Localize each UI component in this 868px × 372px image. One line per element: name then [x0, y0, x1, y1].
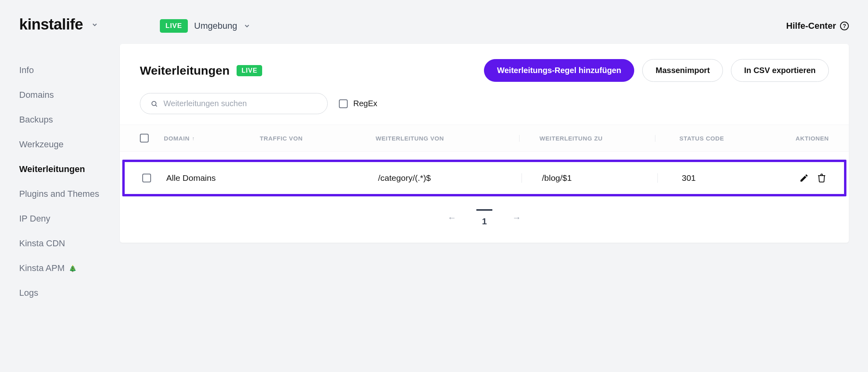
cell-from: /category/(.*)$	[378, 173, 522, 183]
regex-toggle[interactable]: RegEx	[339, 99, 377, 108]
add-redirect-button[interactable]: Weiterleitungs-Regel hinzufügen	[484, 59, 635, 82]
main-column: LIVE Umgebung Hilfe-Center ? Weiterleitu…	[120, 0, 868, 372]
row-checkbox[interactable]	[142, 174, 151, 182]
title-left: Weiterleitungen LIVE	[140, 64, 262, 77]
prev-page-icon[interactable]: ←	[448, 213, 456, 223]
page-number[interactable]: 1	[476, 209, 492, 227]
regex-checkbox[interactable]	[339, 99, 348, 108]
cell-domain: Alle Domains	[166, 173, 262, 183]
card-header: Weiterleitungen LIVE Weiterleitungs-Rege…	[120, 44, 849, 125]
sidebar-item-domains[interactable]: Domains	[19, 90, 120, 100]
header-domain[interactable]: DOMAIN ↑	[164, 135, 260, 142]
chevron-down-icon	[91, 21, 98, 28]
sidebar-item-label: Kinsta CDN	[19, 238, 65, 249]
table-header: DOMAIN ↑ TRAFFIC VON WEITERLEITUNG VON W…	[120, 125, 849, 152]
select-all-checkbox[interactable]	[140, 134, 149, 142]
svg-point-0	[152, 101, 156, 106]
sidebar-item-tools[interactable]: Werkzeuge	[19, 139, 120, 150]
search-input-wrap[interactable]	[140, 93, 328, 114]
question-icon: ?	[840, 22, 849, 30]
redirects-card: Weiterleitungen LIVE Weiterleitungs-Rege…	[120, 44, 849, 243]
sidebar-item-label: Plugins and Themes	[19, 189, 99, 199]
sidebar-item-label: IP Deny	[19, 214, 50, 224]
cell-actions	[778, 173, 826, 183]
sidebar-item-label: Logs	[19, 288, 38, 298]
highlighted-row: Alle Domains /category/(.*)$ /blog/$1 30…	[122, 160, 846, 196]
sidebar-item-plugins[interactable]: Plugins and Themes	[19, 189, 120, 199]
sort-up-icon: ↑	[192, 135, 195, 141]
topbar: LIVE Umgebung Hilfe-Center ?	[120, 0, 849, 44]
edit-icon[interactable]	[799, 173, 809, 183]
header-checkbox-cell	[140, 134, 164, 142]
search-icon	[151, 100, 158, 107]
environment-selector[interactable]: LIVE Umgebung	[160, 19, 251, 33]
table-row[interactable]: Alle Domains /category/(.*)$ /blog/$1 30…	[125, 162, 844, 194]
sidebar-item-backups[interactable]: Backups	[19, 115, 120, 125]
trash-icon[interactable]	[817, 173, 826, 183]
environment-label: Umgebung	[194, 21, 237, 31]
cell-status: 301	[658, 173, 778, 183]
sidebar: kinstalife Info Domains Backups Werkzeug…	[0, 0, 120, 372]
header-actions: AKTIONEN	[775, 135, 829, 142]
brand-row[interactable]: kinstalife	[19, 16, 120, 33]
header-status[interactable]: STATUS CODE	[655, 135, 775, 142]
sidebar-item-cdn[interactable]: Kinsta CDN	[19, 238, 120, 249]
row-checkbox-cell	[142, 174, 166, 182]
svg-line-1	[155, 105, 157, 106]
brand-name: kinstalife	[19, 16, 83, 33]
header-to[interactable]: WEITERLEITUNG ZU	[520, 135, 655, 142]
header-from[interactable]: WEITERLEITUNG VON	[376, 135, 520, 142]
header-domain-label: DOMAIN	[164, 135, 189, 142]
live-badge: LIVE	[160, 19, 188, 33]
page-title: Weiterleitungen	[140, 64, 229, 77]
help-center-link[interactable]: Hilfe-Center ?	[786, 21, 849, 31]
search-row: RegEx	[140, 93, 829, 114]
header-traffic[interactable]: TRAFFIC VON	[260, 135, 376, 142]
title-row: Weiterleitungen LIVE Weiterleitungs-Rege…	[140, 59, 829, 82]
sidebar-item-logs[interactable]: Logs	[19, 288, 120, 298]
sidebar-item-redirects[interactable]: Weiterleitungen	[19, 164, 120, 174]
sidebar-item-label: Weiterleitungen	[19, 164, 85, 174]
cell-to: /blog/$1	[522, 173, 658, 183]
regex-label: RegEx	[353, 99, 377, 108]
sidebar-item-ipdeny[interactable]: IP Deny	[19, 214, 120, 224]
bulk-import-button[interactable]: Massenimport	[642, 59, 723, 82]
export-csv-button[interactable]: In CSV exportieren	[731, 59, 829, 82]
tree-icon: 🎄	[69, 265, 77, 272]
next-page-icon[interactable]: →	[512, 213, 521, 223]
action-buttons: Weiterleitungs-Regel hinzufügen Massenim…	[484, 59, 829, 82]
sidebar-item-label: Werkzeuge	[19, 139, 64, 150]
sidebar-item-label: Info	[19, 65, 34, 75]
pagination: ← 1 →	[120, 196, 849, 243]
sidebar-item-info[interactable]: Info	[19, 65, 120, 75]
sidebar-item-label: Backups	[19, 115, 53, 125]
nav-list: Info Domains Backups Werkzeuge Weiterlei…	[19, 65, 120, 298]
sidebar-item-apm[interactable]: Kinsta APM🎄	[19, 263, 120, 273]
sidebar-item-label: Kinsta APM	[19, 263, 65, 273]
live-badge: LIVE	[237, 65, 262, 76]
search-input[interactable]	[163, 99, 317, 108]
chevron-down-icon	[243, 22, 251, 30]
help-label: Hilfe-Center	[786, 21, 836, 31]
sidebar-item-label: Domains	[19, 90, 54, 100]
